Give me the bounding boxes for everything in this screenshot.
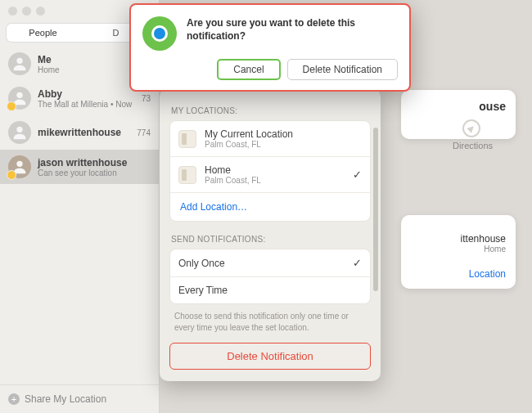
person-sub: Home [38,65,60,74]
confirm-delete-button[interactable]: Delete Notification [287,59,398,80]
send-option[interactable]: Only Once ✓ [170,249,370,277]
send-options-group: Only Once ✓ Every Time [169,249,371,304]
send-section-label: SEND NOTIFICATIONS: [171,235,371,244]
add-location-link[interactable]: Location [411,268,506,280]
person-name: jason writtenhouse [38,157,127,168]
person-sub: The Mall at Millenia • Now [38,100,132,109]
checkmark-icon: ✓ [353,257,362,269]
help-text: Choose to send this notification only on… [169,304,371,343]
map-thumb-icon [178,166,196,184]
minimize-dot[interactable] [22,7,31,16]
option-title: Only Once [178,258,225,269]
location-sub: Palm Coast, FL [205,140,293,149]
avatar [8,121,31,144]
list-item-selected[interactable]: jason writtenhouse Can see your location [0,150,159,184]
notification-popover: MY LOCATIONS: My Current Location Palm C… [160,88,381,381]
avatar [8,52,31,75]
list-item[interactable]: mikewrittenhouse 774 [0,115,159,150]
person-name: Me [38,54,60,65]
add-location-link[interactable]: Add Location… [170,193,370,221]
svg-point-0 [16,58,22,64]
plus-icon: + [8,393,20,405]
status-badge-icon [7,170,16,180]
distance-label: 774 [137,128,151,137]
scrollbar-thumb[interactable] [373,128,378,291]
header-title: ouse [411,100,506,113]
close-dot[interactable] [8,7,17,16]
location-item[interactable]: Home Palm Coast, FL ✓ [170,157,370,193]
zoom-dot[interactable] [36,7,45,16]
location-title: Home [205,164,261,176]
directions-label: Directions [453,141,493,150]
delete-notification-button[interactable]: Delete Notification [169,343,371,370]
share-location-label: Share My Location [25,393,106,405]
share-location-footer[interactable]: + Share My Location [0,384,159,413]
option-title: Every Time [178,285,228,296]
contact-sub: Home [411,245,506,254]
location-title: My Current Location [205,128,293,140]
svg-point-1 [16,92,22,98]
directions-icon[interactable] [462,119,480,137]
checkmark-icon: ✓ [353,168,362,181]
send-option[interactable]: Every Time [170,277,370,303]
header-card: ouse Directions [401,90,516,139]
person-name: Abby [38,88,132,100]
confirm-dialog: Are you sure you want to delete this not… [129,3,411,92]
cancel-button[interactable]: Cancel [217,59,280,80]
dialog-message: Are you sure you want to delete this not… [187,16,398,43]
status-badge-icon [7,101,16,111]
people-list: Me Home Abby The Mall at Millenia • Now … [0,47,159,384]
avatar [8,87,31,110]
svg-point-2 [16,127,22,132]
contact-card: ittenhouse Home Location [401,215,516,289]
avatar [8,155,31,178]
person-name: mikewrittenhouse [38,127,121,138]
location-item[interactable]: My Current Location Palm Coast, FL [170,121,370,157]
contact-name: ittenhouse [411,233,506,245]
map-thumb-icon [178,130,196,148]
locations-group: My Current Location Palm Coast, FL Home … [169,120,371,222]
locations-section-label: MY LOCATIONS: [171,106,371,115]
person-sub: Can see your location [38,168,127,177]
location-sub: Palm Coast, FL [205,176,261,185]
distance-label: 73 [142,94,151,103]
svg-point-3 [16,161,22,167]
findmy-icon [142,16,177,51]
tab-people[interactable]: People [7,28,79,38]
